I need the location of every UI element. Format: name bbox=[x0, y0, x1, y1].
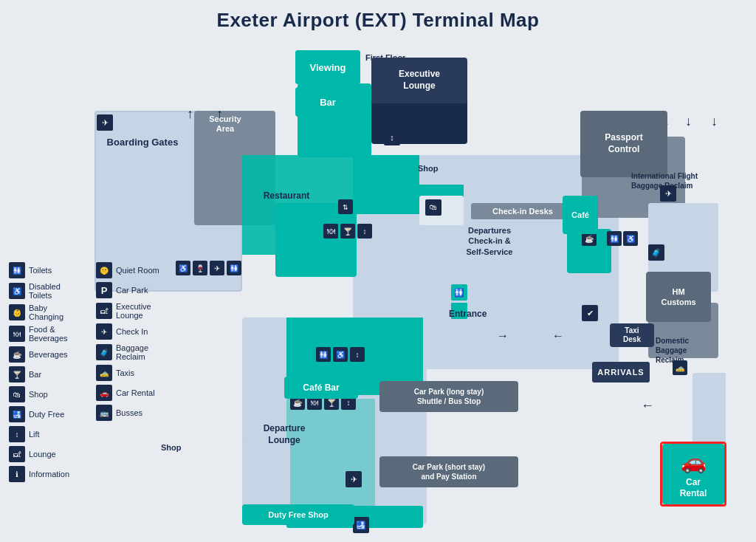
restaurant-label: Restaurant bbox=[250, 191, 323, 201]
hm-customs-box: HMCustoms bbox=[646, 272, 711, 322]
svg-text:🚻: 🚻 bbox=[610, 234, 619, 244]
svg-text:🚻: 🚻 bbox=[230, 264, 239, 273]
legend-baby: 👶 BabyChanging bbox=[9, 303, 105, 321]
checkin-icon: ✈ bbox=[96, 323, 112, 340]
legend-food: 🍽 Food &Beverages bbox=[9, 325, 105, 343]
map-container: Exeter Airport (EXT) Terminal Map bbox=[0, 0, 756, 542]
svg-text:✈: ✈ bbox=[102, 118, 109, 127]
svg-rect-20 bbox=[693, 373, 726, 447]
taxi-icon: 🚕 bbox=[96, 365, 112, 381]
legend-duty-free: 🛃 Duty Free bbox=[9, 406, 105, 422]
legend-col2: 🤫 Quiet Room P Car Park 🛋 ExecutiveLoung… bbox=[96, 262, 192, 425]
disabled-toilets-icon: ♿ bbox=[9, 283, 25, 299]
legend-col1: 🚻 Toilets ♿ DisabledToilets 👶 BabyChangi… bbox=[9, 262, 105, 486]
passport-control-box: PassportControl bbox=[580, 111, 667, 177]
shop-icon: 🛍 bbox=[9, 386, 25, 402]
svg-text:↕: ↕ bbox=[390, 133, 394, 142]
exec-lounge-icon: 🛋 bbox=[96, 303, 112, 319]
svg-text:☕: ☕ bbox=[293, 398, 303, 408]
svg-text:←: ← bbox=[641, 398, 654, 413]
svg-text:🍽: 🍽 bbox=[327, 227, 335, 236]
svg-text:✈: ✈ bbox=[214, 264, 220, 272]
executive-lounge-box: ExecutiveLounge bbox=[371, 58, 467, 103]
svg-text:🍸: 🍸 bbox=[343, 227, 353, 236]
svg-text:←: ← bbox=[552, 329, 564, 342]
svg-text:⇅: ⇅ bbox=[343, 204, 348, 211]
legend-car-park: P Car Park bbox=[96, 282, 192, 298]
page-title: Exeter Airport (EXT) Terminal Map bbox=[0, 0, 756, 38]
svg-text:♿: ♿ bbox=[336, 350, 346, 360]
boarding-gates-label: Boarding Gates bbox=[94, 137, 190, 148]
legend-car-rental: 🚗 Car Rental bbox=[96, 385, 192, 401]
information-icon: ℹ bbox=[9, 466, 25, 482]
legend-taxis: 🚕 Taxis bbox=[96, 365, 192, 381]
legend-beverages: ☕ Beverages bbox=[9, 346, 105, 363]
entrance-label: Entrance bbox=[449, 309, 487, 319]
departure-lounge-label: DepartureLounge bbox=[244, 423, 325, 446]
legend-baggage-reclaim: 🧳 BaggageReclaim bbox=[96, 343, 192, 361]
legend-information: ℹ Information bbox=[9, 466, 105, 482]
cafe-box: Café bbox=[563, 196, 598, 234]
svg-text:↕: ↕ bbox=[356, 351, 360, 359]
lounge-icon: 🛋 bbox=[9, 446, 25, 462]
svg-text:✔: ✔ bbox=[587, 309, 594, 318]
svg-text:↓: ↓ bbox=[711, 114, 718, 128]
food-icon: 🍽 bbox=[9, 326, 25, 342]
baggage-icon: 🧳 bbox=[96, 344, 112, 360]
busses-icon: 🚌 bbox=[96, 405, 112, 421]
svg-text:✈: ✈ bbox=[351, 475, 357, 484]
svg-text:Check-in Desks: Check-in Desks bbox=[492, 207, 553, 216]
duty-free-box: Duty Free Shop bbox=[242, 504, 354, 525]
svg-text:♿: ♿ bbox=[626, 234, 636, 244]
svg-text:🧳: 🧳 bbox=[651, 247, 662, 258]
svg-text:↕: ↕ bbox=[363, 227, 367, 236]
shop-label: Shop bbox=[418, 164, 439, 174]
svg-text:→: → bbox=[497, 329, 509, 342]
bar-box: Bar bbox=[295, 87, 360, 117]
baby-icon: 👶 bbox=[9, 304, 25, 320]
departures-label: DeparturesCheck-in &Self-Service bbox=[441, 225, 537, 257]
svg-text:🍷: 🍷 bbox=[196, 264, 205, 273]
svg-text:☕: ☕ bbox=[585, 234, 594, 244]
legend-lift: ↕ Lift bbox=[9, 426, 105, 442]
taxi-desk-box: TaxiDesk bbox=[610, 323, 654, 347]
legend-checkin: ✈ Check In bbox=[96, 323, 192, 340]
intl-baggage-label: International FlightBaggage Reclaim bbox=[631, 171, 749, 191]
viewing-area: Viewing bbox=[295, 50, 360, 84]
svg-text:🚻: 🚻 bbox=[454, 287, 464, 298]
legend-busses: 🚌 Busses bbox=[96, 405, 192, 421]
arrivals-box: ARRIVALS bbox=[592, 362, 650, 383]
svg-text:🛍: 🛍 bbox=[430, 203, 437, 211]
svg-text:↕: ↕ bbox=[347, 399, 351, 407]
cafe-bar-box: Café Bar bbox=[284, 377, 358, 399]
shop-lower-label: Shop bbox=[161, 443, 182, 453]
security-area-label: SecurityArea bbox=[188, 114, 262, 134]
lift-icon: ↕ bbox=[9, 426, 25, 442]
svg-text:🍸: 🍸 bbox=[327, 398, 337, 408]
beverages-icon: ☕ bbox=[9, 346, 25, 363]
car-rental-icon: 🚗 bbox=[96, 385, 112, 401]
svg-text:🛃: 🛃 bbox=[356, 520, 366, 530]
quiet-room-icon: 🤫 bbox=[96, 262, 112, 278]
legend-exec-lounge: 🛋 ExecutiveLounge bbox=[96, 302, 192, 320]
domestic-baggage-label: DomesticBaggageReclaim bbox=[656, 336, 744, 366]
svg-text:🚻: 🚻 bbox=[319, 350, 329, 360]
car-park-long-box: Car Park (long stay)Shuttle / Bus Stop bbox=[379, 381, 518, 412]
car-park-icon: P bbox=[96, 282, 112, 298]
legend-disabled-toilets: ♿ DisabledToilets bbox=[9, 282, 105, 300]
legend-lounge: 🛋 Lounge bbox=[9, 446, 105, 462]
svg-rect-7 bbox=[353, 155, 419, 214]
svg-text:↓: ↓ bbox=[685, 114, 692, 128]
car-park-short-box: Car Park (short stay)and Pay Station bbox=[379, 456, 518, 487]
toilets-icon: 🚻 bbox=[9, 262, 25, 278]
car-rental-highlight bbox=[660, 442, 726, 507]
legend-quiet-room: 🤫 Quiet Room bbox=[96, 262, 192, 278]
legend-shop: 🛍 Shop bbox=[9, 386, 105, 402]
duty-free-icon: 🛃 bbox=[9, 406, 25, 422]
bar-icon: 🍸 bbox=[9, 366, 25, 383]
legend-toilets: 🚻 Toilets bbox=[9, 262, 105, 278]
svg-text:🍽: 🍽 bbox=[311, 399, 318, 407]
legend-bar: 🍸 Bar bbox=[9, 366, 105, 383]
